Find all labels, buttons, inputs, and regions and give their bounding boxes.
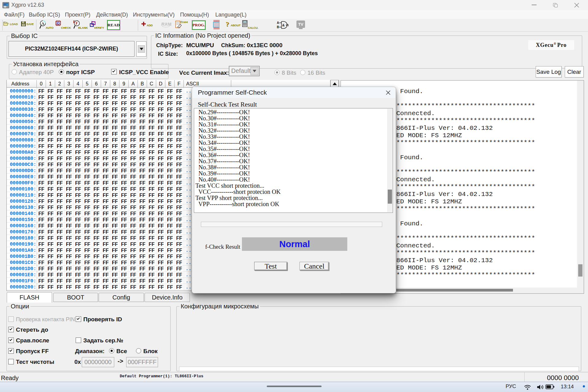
svg-text:F: F	[76, 21, 78, 25]
svg-text:B: B	[277, 25, 279, 29]
svg-text:ID: ID	[57, 21, 60, 25]
svg-text:&: &	[282, 23, 285, 27]
svg-text:F: F	[73, 20, 75, 24]
svg-text:A: A	[42, 21, 44, 26]
svg-text:-Y: -Y	[286, 24, 288, 27]
svg-text:A: A	[277, 21, 279, 24]
